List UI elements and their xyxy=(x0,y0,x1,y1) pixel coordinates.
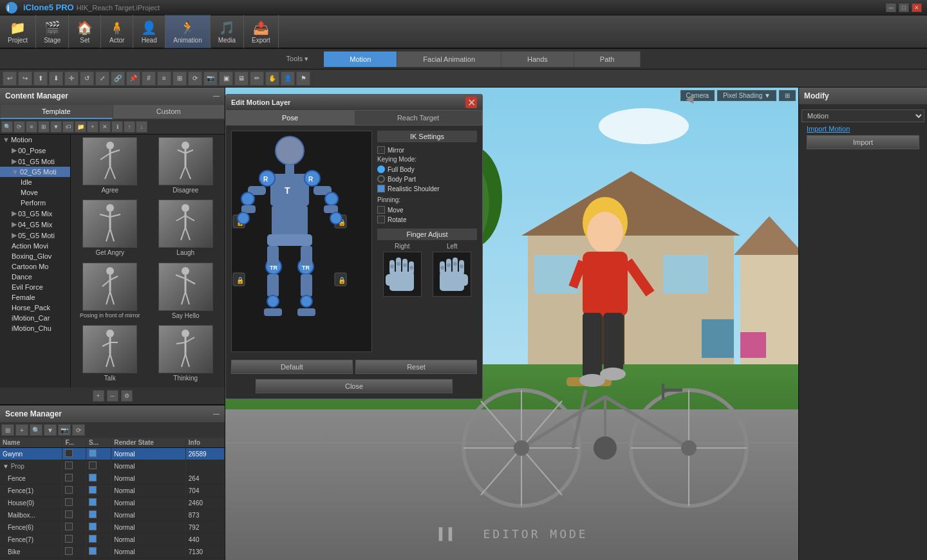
thumb-thinking[interactable]: Thinking xyxy=(149,325,223,385)
tab-template[interactable]: Template xyxy=(0,104,113,119)
toolbar-export[interactable]: 📤 Export xyxy=(244,15,279,48)
redo-btn[interactable]: ↪ xyxy=(18,71,32,86)
import-btn[interactable]: Import xyxy=(807,135,919,149)
row-f[interactable] xyxy=(62,485,86,497)
maximize-btn[interactable]: □ xyxy=(899,3,909,12)
tree-item-perform[interactable]: Perform xyxy=(0,198,70,208)
tab-hands[interactable]: Hands xyxy=(501,51,574,67)
move-btn[interactable]: ⬆ xyxy=(33,71,48,86)
snap-btn[interactable]: 📌 xyxy=(126,71,140,86)
render-btn[interactable]: ▣ xyxy=(219,71,233,86)
cm-grid-btn[interactable]: ⊞ xyxy=(38,121,50,133)
screen-btn[interactable]: 🖥 xyxy=(234,71,248,86)
right-hand-img[interactable] xyxy=(383,252,422,297)
cm-add-item-btn[interactable]: + xyxy=(93,390,104,402)
eml-reset-btn[interactable]: Reset xyxy=(355,360,477,374)
tree-item-move[interactable]: Move xyxy=(0,187,70,198)
left-hand-img[interactable] xyxy=(433,252,471,297)
sm-refresh-btn[interactable]: ⟳ xyxy=(72,424,85,436)
mirror-checkbox[interactable] xyxy=(377,146,385,154)
tree-item-action[interactable]: Action Movi xyxy=(0,241,70,251)
thumb-say-hello[interactable]: Say Hello xyxy=(149,263,223,322)
cm-add-btn[interactable]: + xyxy=(87,121,98,133)
sm-camera-btn[interactable]: 📷 xyxy=(58,424,71,436)
thumb-agree[interactable]: Agree xyxy=(73,137,147,197)
table-row[interactable]: House(0)Normal2460 xyxy=(0,497,225,509)
cm-search-btn[interactable]: 🔍 xyxy=(1,121,13,133)
table-row[interactable]: GwynnNormal26589 xyxy=(0,448,225,460)
toolbar-set[interactable]: 🏠 Set xyxy=(69,15,101,48)
thumb-talk[interactable]: Talk xyxy=(73,325,147,385)
eml-close-bottom-btn[interactable]: Close xyxy=(256,379,453,393)
tab-path[interactable]: Path xyxy=(574,51,641,67)
cm-folder-btn[interactable]: 📁 xyxy=(75,121,86,133)
row-s[interactable] xyxy=(86,534,111,546)
align-btn[interactable]: ≡ xyxy=(157,71,171,86)
toolbar-project[interactable]: 📁 Project xyxy=(0,15,36,48)
tools-menu[interactable]: Tools ▾ xyxy=(286,55,309,62)
cm-filter-btn[interactable]: ▼ xyxy=(50,121,62,133)
row-f[interactable] xyxy=(62,546,86,558)
refresh-btn[interactable]: ⟳ xyxy=(188,71,202,86)
cm-import-btn[interactable]: ↑ xyxy=(124,121,135,133)
cm-refresh-btn[interactable]: ⟳ xyxy=(14,121,25,133)
tree-item-imotion-car[interactable]: iMotion_Car xyxy=(0,313,70,323)
tree-item-dance[interactable]: Dance xyxy=(0,272,70,282)
row-f[interactable] xyxy=(62,460,86,472)
row-s[interactable] xyxy=(86,521,111,534)
modify-dropdown[interactable]: Motion xyxy=(801,109,924,122)
tree-item-02g5[interactable]: ▼ 02_G5 Moti xyxy=(0,167,70,177)
eml-tab-pose[interactable]: Pose xyxy=(226,110,354,126)
tree-item-05g5[interactable]: ▶ 05_G5 Moti xyxy=(0,230,70,241)
thumb-disagree[interactable]: Disagree xyxy=(149,137,223,197)
tree-item-04g5[interactable]: ▶ 04_G5 Mix xyxy=(0,219,70,230)
sm-select-btn[interactable]: ⊞ xyxy=(1,424,14,436)
thumb-get-angry[interactable]: Get Angry xyxy=(73,200,147,259)
mirror-btn[interactable]: ⊞ xyxy=(173,71,187,86)
table-row[interactable]: ▼ PropNormal xyxy=(0,460,225,472)
row-s[interactable] xyxy=(86,460,111,472)
cm-tag-btn[interactable]: 🏷 xyxy=(62,121,74,133)
scene-manager-close[interactable]: ─ xyxy=(213,409,220,419)
tree-item-00pose[interactable]: ▶ 00_Pose xyxy=(0,145,70,156)
eml-default-btn[interactable]: Default xyxy=(231,360,353,374)
row-f[interactable] xyxy=(62,509,86,521)
table-row[interactable]: BikeNormal7130 xyxy=(0,546,225,558)
sm-search-btn[interactable]: 🔍 xyxy=(30,424,42,436)
thumb-laugh[interactable]: Laugh xyxy=(149,200,223,259)
row-s[interactable] xyxy=(86,509,111,521)
row-s[interactable] xyxy=(86,448,111,460)
scale-btn[interactable]: ⤢ xyxy=(95,71,109,86)
close-btn[interactable]: ✕ xyxy=(912,3,922,12)
tree-item-female[interactable]: Female xyxy=(0,292,70,303)
pinning-rotate-checkbox[interactable] xyxy=(377,216,385,223)
thumb-posing[interactable]: Posing in front of mirror xyxy=(73,263,147,322)
row-s[interactable] xyxy=(86,472,111,485)
content-manager-close[interactable]: ─ xyxy=(213,91,220,101)
vp-expand-btn[interactable]: ⊞ xyxy=(779,90,796,101)
tree-item-horse[interactable]: Horse_Pack xyxy=(0,303,70,313)
rotate-btn[interactable]: ↺ xyxy=(80,71,94,86)
cm-del-btn[interactable]: ✕ xyxy=(99,121,111,133)
grid-btn[interactable]: # xyxy=(142,71,156,86)
cm-remove-item-btn[interactable]: ─ xyxy=(107,390,118,402)
eml-close-btn[interactable]: ✕ xyxy=(465,97,477,108)
tree-item-cartoon[interactable]: Cartoon Mo xyxy=(0,261,70,272)
realistic-shoulder-checkbox[interactable] xyxy=(377,185,385,192)
select-btn[interactable]: ✛ xyxy=(64,71,79,86)
cm-settings-item-btn[interactable]: ⚙ xyxy=(121,390,133,402)
import-motion-link[interactable]: Import Motion xyxy=(801,124,855,134)
body-part-radio[interactable] xyxy=(377,175,385,183)
toolbar-actor[interactable]: 🧍 Actor xyxy=(101,15,133,48)
tab-facial-animation[interactable]: Facial Animation xyxy=(397,51,501,67)
row-f[interactable] xyxy=(62,521,86,534)
table-row[interactable]: FenceNormal264 xyxy=(0,472,225,485)
table-row[interactable]: Fence(1)Normal704 xyxy=(0,485,225,497)
row-s[interactable] xyxy=(86,546,111,558)
table-row[interactable]: Fence(6)Normal792 xyxy=(0,521,225,534)
camera-btn[interactable]: 📷 xyxy=(203,71,218,86)
table-row[interactable]: Fence(7)Normal440 xyxy=(0,534,225,546)
shading-label[interactable]: Pixel Shading ▼ xyxy=(717,90,776,101)
tab-motion[interactable]: Motion xyxy=(324,51,397,67)
pen-btn[interactable]: ✏ xyxy=(250,71,264,86)
